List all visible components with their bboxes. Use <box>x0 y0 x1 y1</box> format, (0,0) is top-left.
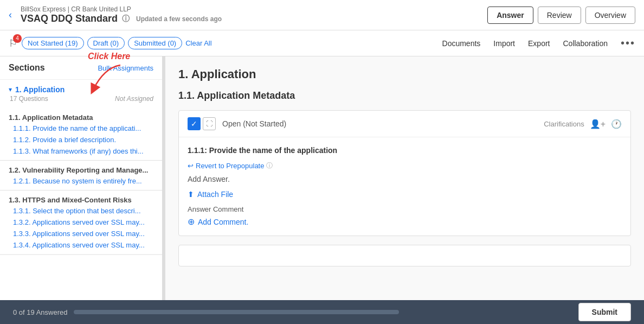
subsection-1-2-title: 1.2. Vulnerability Reporting and Manage.… <box>9 164 153 175</box>
add-comment-button[interactable]: ⊕ Add Comment. <box>188 217 248 227</box>
upload-icon: ↩ <box>188 162 194 170</box>
answer-comment-label: Answer Comment <box>188 205 622 213</box>
filter-icon-wrap: ⚐ 4 <box>9 37 17 49</box>
main-layout: Sections Bulk Assignments ▾ 1. Applicati… <box>0 56 644 300</box>
sidebar-header: Sections Bulk Assignments <box>0 56 162 80</box>
toolbar-right: Documents Import Export Collaboration ••… <box>442 37 635 49</box>
upload-arrow-icon: ⬆ <box>188 190 194 199</box>
documents-link[interactable]: Documents <box>442 39 481 48</box>
subsection-1-1: 1.1. Application Metadata 1.1.1. Provide… <box>0 108 162 161</box>
question-check-icon[interactable]: ✓ <box>188 117 201 130</box>
answer-button[interactable]: Answer <box>487 7 533 24</box>
question-status-text: Open (Not Started) <box>222 119 544 128</box>
export-link[interactable]: Export <box>528 39 550 48</box>
subsection-1-1-title: 1.1. Application Metadata <box>9 111 153 123</box>
section-1-meta: 17 Questions Not Assigned <box>9 95 153 103</box>
subsection-item-1-1-1[interactable]: 1.1.1. Provide the name of the applicati… <box>9 123 153 134</box>
sidebar: Sections Bulk Assignments ▾ 1. Applicati… <box>0 56 163 300</box>
clear-all-button[interactable]: Clear All <box>185 39 211 47</box>
section-1-header: ▾ 1. Application 17 Questions Not Assign… <box>0 80 162 108</box>
plus-circle-icon: ⊕ <box>188 217 195 227</box>
info-icon[interactable]: ⓘ <box>122 14 130 24</box>
subsection-item-1-1-2[interactable]: 1.1.2. Provide a brief description. <box>9 134 153 145</box>
bulk-assignments-button[interactable]: Bulk Assignments <box>98 64 153 72</box>
question-flag-icon[interactable]: ⛶ <box>203 117 216 130</box>
add-person-icon[interactable]: 👤+ <box>590 119 606 129</box>
history-icon[interactable]: 🕐 <box>611 119 622 129</box>
progress-bar-background <box>74 310 399 314</box>
chip-submitted[interactable]: Submitted (0) <box>128 37 182 49</box>
sidebar-body: ▾ 1. Application 17 Questions Not Assign… <box>0 80 162 300</box>
subsection-item-1-3-2[interactable]: 1.3.2. Applications served over SSL may.… <box>9 217 153 228</box>
header-title: VSAQ DDQ Standard ⓘ Updated a few second… <box>21 13 487 24</box>
clarifications-area: Clarifications 👤+ 🕐 <box>544 119 622 129</box>
bottom-bar: 0 of 19 Answered Submit <box>0 300 644 324</box>
content-area: 1. Application 1.1. Application Metadata… <box>165 56 644 300</box>
question-number: 1.1.1: Provide the name of the applicati… <box>188 146 622 155</box>
toolbar: ⚐ 4 Not Started (19) Draft (0) Submitted… <box>0 30 644 56</box>
overview-button[interactable]: Overview <box>585 7 635 24</box>
add-answer-text: Add Answer. <box>188 175 622 183</box>
subsection-item-1-3-4[interactable]: 1.3.4. Applications served over SSL may.… <box>9 239 153 251</box>
subsection-item-1-1-3[interactable]: 1.1.3. What frameworks (if any) does thi… <box>9 145 153 157</box>
subsection-1-3-title: 1.3. HTTPS and Mixed-Content Risks <box>9 194 153 205</box>
chip-draft[interactable]: Draft (0) <box>87 37 125 49</box>
filter-badge: 4 <box>13 34 22 43</box>
subsection-item-1-3-3[interactable]: 1.3.3. Applications served over SSL may.… <box>9 228 153 239</box>
question-status-icons: ✓ ⛶ <box>188 117 216 130</box>
question-body: 1.1.1: Provide the name of the applicati… <box>179 137 630 236</box>
org-name: BillSox Express | CR Bank United LLP <box>21 5 487 13</box>
chip-not-started[interactable]: Not Started (19) <box>22 37 84 49</box>
back-button[interactable]: ‹ <box>9 9 12 21</box>
question-card-header: ✓ ⛶ Open (Not Started) Clarifications 👤+… <box>179 111 630 137</box>
revert-label[interactable]: Revert to Prepopulate <box>196 162 264 170</box>
subsection-1-3: 1.3. HTTPS and Mixed-Content Risks 1.3.1… <box>0 190 162 255</box>
import-link[interactable]: Import <box>493 39 515 48</box>
section-1-chevron[interactable]: ▾ <box>9 86 12 93</box>
collaboration-link[interactable]: Collaboration <box>563 39 608 48</box>
section-1-assignment: Not Assigned <box>115 95 153 103</box>
progress-label: 0 of 19 Answered <box>13 308 67 316</box>
subsection-item-1-3-1[interactable]: 1.3.1. Select the option that best descr… <box>9 205 153 217</box>
question-card-1: ✓ ⛶ Open (Not Started) Clarifications 👤+… <box>178 110 631 236</box>
more-button[interactable]: ••• <box>621 37 635 49</box>
clarifications-label: Clarifications <box>544 120 584 128</box>
revert-info-icon: ⓘ <box>266 161 273 170</box>
submit-button[interactable]: Submit <box>578 303 631 321</box>
section-heading: 1. Application <box>178 67 631 81</box>
section-1: ▾ 1. Application 17 Questions Not Assign… <box>0 80 162 255</box>
review-button[interactable]: Review <box>538 7 581 24</box>
attach-file-button[interactable]: ⬆ Attach File <box>188 190 233 199</box>
subsection-item-1-2-1[interactable]: 1.2.1. Because no system is entirely fre… <box>9 175 153 187</box>
subsection-heading: 1.1. Application Metadata <box>178 90 631 101</box>
header-title-area: BillSox Express | CR Bank United LLP VSA… <box>21 5 487 24</box>
header: ‹ BillSox Express | CR Bank United LLP V… <box>0 0 644 30</box>
subsection-1-2: 1.2. Vulnerability Reporting and Manage.… <box>0 161 162 190</box>
revert-link[interactable]: ↩ Revert to Prepopulate ⓘ <box>188 161 622 170</box>
progress-area: 0 of 19 Answered <box>13 308 578 316</box>
header-actions: Answer Review Overview <box>487 7 635 24</box>
section-1-name[interactable]: 1. Application <box>15 85 65 94</box>
question-card-2 <box>178 245 631 266</box>
section-1-questions: 17 Questions <box>10 95 48 103</box>
sidebar-title: Sections <box>9 63 45 73</box>
section-1-header-top: ▾ 1. Application <box>9 85 153 94</box>
header-updated: Updated a few seconds ago <box>136 15 222 23</box>
